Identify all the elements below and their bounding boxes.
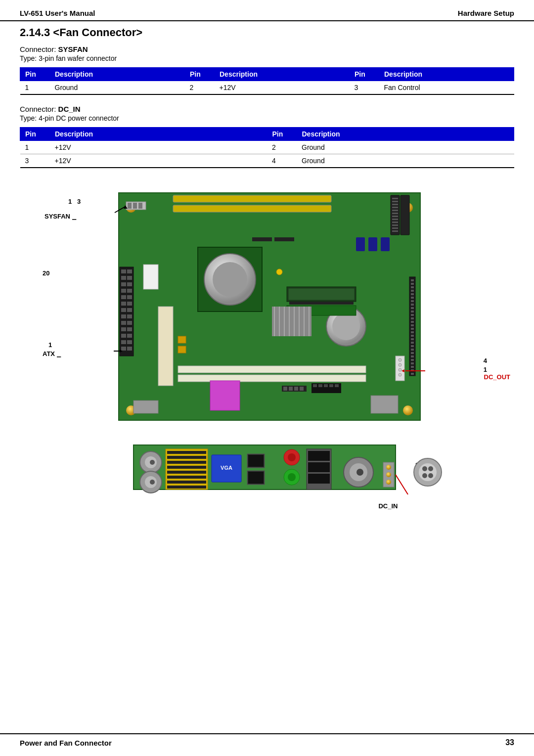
svg-rect-57: [127, 334, 132, 338]
svg-rect-49: [127, 308, 132, 312]
svg-rect-53: [127, 321, 132, 325]
page-footer: Power and Fan Connector 33: [0, 733, 534, 751]
svg-rect-95: [411, 314, 414, 316]
dcin-r1-pin1: 1: [20, 141, 50, 154]
dc-out-label: DC_OUT: [484, 373, 510, 381]
pin1-label: 1 3: [68, 198, 81, 205]
dcin-name: DC_IN: [58, 105, 81, 113]
svg-point-29: [332, 312, 360, 340]
svg-rect-36: [121, 269, 126, 273]
motherboard-diagram-area: 1 3 SYSFAN ⎯ 20 1 ATX ⎯ 4 1 DC_OUT: [20, 188, 514, 425]
svg-rect-55: [127, 327, 132, 331]
svg-rect-164: [308, 462, 330, 472]
sysfan-diagram-label: SYSFAN ⎯: [44, 213, 76, 220]
svg-rect-69: [283, 387, 287, 391]
svg-rect-65: [178, 366, 366, 373]
svg-point-170: [386, 465, 391, 470]
svg-point-180: [419, 463, 437, 481]
svg-rect-39: [127, 276, 132, 280]
svg-rect-116: [356, 237, 365, 251]
svg-point-27: [213, 262, 247, 297]
sysfan-name: SYSFAN: [58, 45, 88, 53]
svg-point-182: [428, 466, 433, 471]
pin4-right-label: 4: [484, 357, 487, 364]
svg-rect-51: [127, 314, 132, 318]
svg-rect-74: [313, 384, 317, 387]
svg-rect-85: [411, 279, 414, 281]
svg-rect-108: [411, 359, 414, 361]
pin1-right-label: 1: [484, 366, 487, 373]
svg-rect-56: [121, 334, 126, 338]
svg-rect-149: [167, 476, 206, 479]
svg-point-82: [399, 368, 401, 371]
svg-rect-37: [127, 269, 132, 273]
svg-rect-105: [411, 349, 414, 351]
svg-rect-6: [128, 203, 132, 209]
svg-rect-32: [288, 288, 355, 300]
svg-rect-147: [167, 466, 206, 469]
svg-rect-104: [411, 345, 414, 347]
svg-rect-20: [392, 219, 398, 220]
dcin-r1-pin2: 2: [267, 141, 297, 154]
svg-point-83: [399, 373, 401, 376]
svg-rect-63: [178, 336, 186, 343]
svg-text:VGA: VGA: [221, 465, 232, 471]
svg-rect-155: [248, 455, 264, 467]
svg-rect-76: [324, 384, 328, 387]
svg-point-142: [150, 480, 155, 485]
svg-rect-67: [210, 381, 240, 410]
svg-rect-41: [127, 282, 132, 286]
svg-rect-12: [400, 195, 409, 235]
svg-rect-98: [411, 324, 414, 326]
svg-rect-91: [411, 300, 414, 302]
svg-rect-44: [121, 295, 126, 299]
svg-point-80: [399, 358, 401, 361]
svg-rect-13: [392, 198, 398, 199]
svg-rect-17: [392, 210, 398, 211]
svg-rect-43: [127, 289, 132, 293]
svg-rect-33: [289, 302, 354, 305]
svg-rect-110: [411, 366, 414, 368]
svg-rect-92: [411, 304, 414, 306]
svg-rect-47: [127, 302, 132, 306]
svg-rect-42: [121, 289, 126, 293]
svg-rect-21: [392, 222, 398, 223]
svg-rect-54: [121, 327, 126, 331]
svg-rect-157: [248, 472, 264, 484]
svg-point-171: [386, 472, 391, 477]
svg-rect-87: [411, 286, 414, 288]
svg-rect-72: [300, 387, 304, 391]
sysfan-th-pin3: Pin: [350, 68, 379, 81]
svg-point-81: [399, 363, 401, 366]
svg-rect-38: [121, 276, 126, 280]
dcin-r2-pin1: 3: [20, 154, 50, 168]
sysfan-r1-pin3: 3: [350, 81, 379, 95]
svg-rect-66: [178, 375, 366, 382]
svg-rect-94: [411, 311, 414, 312]
svg-rect-10: [173, 205, 331, 212]
main-content: 2.14.3 <Fan Connector> Connector: SYSFAN…: [0, 26, 534, 514]
sysfan-row-1: 1 Ground 2 +12V 3 Fan Control: [20, 81, 514, 95]
svg-rect-99: [411, 328, 414, 330]
svg-rect-86: [411, 283, 414, 285]
header-right: Hardware Setup: [458, 9, 514, 17]
atx-label: ATX ⎯: [43, 350, 61, 357]
svg-rect-151: [167, 486, 206, 489]
footer-right: 33: [505, 738, 514, 747]
svg-rect-150: [167, 481, 206, 484]
svg-rect-8: [138, 203, 142, 209]
sysfan-type-label: Type: 3-pin fan wafer connector: [20, 54, 514, 62]
svg-rect-9: [173, 195, 331, 202]
svg-rect-128: [134, 400, 158, 413]
svg-rect-148: [167, 471, 206, 474]
sysfan-th-desc2: Description: [215, 68, 350, 81]
svg-point-181: [422, 466, 427, 471]
svg-point-161: [288, 473, 296, 481]
svg-rect-77: [329, 384, 333, 387]
dcin-table: Pin Description Pin Description 1 +12V 2…: [20, 127, 514, 168]
svg-rect-89: [411, 293, 414, 295]
svg-rect-144: [167, 451, 206, 454]
svg-point-172: [386, 480, 391, 485]
svg-rect-7: [133, 203, 137, 209]
svg-rect-24: [392, 230, 398, 232]
